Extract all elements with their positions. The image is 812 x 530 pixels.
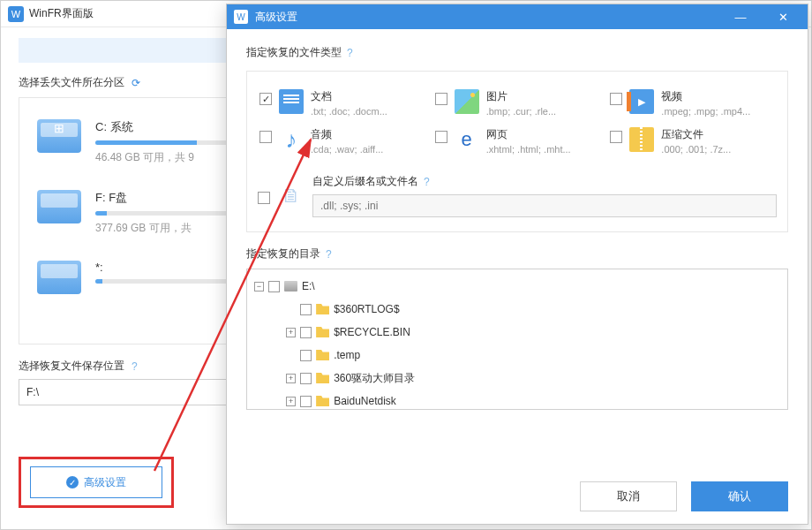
modal-footer: 取消 确认 [580,481,788,511]
filetype-exts: .000; .001; .7z... [661,144,731,155]
usage-bar [95,140,237,145]
help-icon[interactable]: ? [424,176,430,188]
usage-bar [95,211,237,216]
tree-checkbox[interactable] [300,373,312,384]
advanced-settings-modal: W 高级设置 — ✕ 指定恢复的文件类型 ? 文档.txt; .doc; .do… [226,4,808,525]
modal-titlebar: W 高级设置 — ✕ [227,4,808,29]
filetype-name: 音频 [311,127,383,142]
tree-expand-icon[interactable]: + [286,374,296,383]
filetype-checkbox[interactable] [610,131,622,143]
tree-node-label: .temp [334,349,360,361]
web-icon: e [455,127,479,152]
filetype-exts: .mpeg; .mpg; .mp4... [661,106,750,117]
custom-ext-label-text: 自定义后缀名或文件名 [312,174,418,189]
tree-node-label: BaiduNetdisk [334,395,396,407]
dirs-label-text: 指定恢复的目录 [246,246,320,261]
tree-node[interactable]: +$RECYCLE.BIN [254,321,784,344]
folder-icon [316,373,329,383]
folder-icon [316,350,329,360]
help-icon[interactable]: ? [347,47,353,59]
tree-expand-icon[interactable]: − [254,282,264,292]
filetype-option[interactable]: e网页.xhtml; .html; .mht... [433,122,602,160]
partition-label-text: 选择丢失文件所在分区 [19,75,124,90]
tree-expand-icon[interactable]: + [286,328,296,337]
drive-icon [37,119,81,153]
filetype-checkbox[interactable] [610,93,622,105]
advanced-settings-button[interactable]: ✓ 高级设置 [30,466,162,498]
tree-node-label: $360RTLOG$ [334,303,400,315]
drive-icon [284,281,297,292]
filetype-option[interactable]: 图片.bmp; .cur; .rle... [433,84,602,122]
cancel-button[interactable]: 取消 [580,481,677,511]
filetype-checkbox[interactable] [259,93,272,105]
modal-body: 指定恢复的文件类型 ? 文档.txt; .doc; .docm...图片.bmp… [227,29,808,422]
filetype-name: 文档 [311,89,387,104]
tree-expand-icon[interactable]: + [286,397,296,406]
directory-tree[interactable]: −E:\ $360RTLOG$ +$RECYCLE.BIN .temp +360… [246,269,788,410]
filetype-name: 网页 [486,127,571,142]
app-logo-icon: W [8,6,24,22]
filetype-checkbox[interactable] [435,131,447,143]
drive-icon [37,190,81,223]
image-icon [455,89,479,114]
filetype-exts: .txt; .doc; .docm... [311,106,387,117]
files-icon: 🗎 [279,184,304,208]
folder-icon [316,396,329,406]
custom-ext-row: 🗎 自定义后缀名或文件名 ? [258,172,777,217]
filetype-name: 图片 [486,89,556,104]
filetype-exts: .xhtml; .html; .mht... [486,144,571,155]
tree-node-label: 360驱动大师目录 [334,371,415,386]
confirm-button[interactable]: 确认 [691,481,788,511]
filetype-option[interactable]: ♪音频.cda; .wav; .aiff... [258,122,426,160]
filetypes-label-text: 指定恢复的文件类型 [246,45,342,60]
filetype-checkbox[interactable] [259,131,272,143]
usage-bar [95,279,237,284]
advanced-button-highlight: ✓ 高级设置 [19,457,174,508]
app-title: WinFR界面版 [29,6,94,21]
tree-checkbox[interactable] [268,281,280,292]
folder-icon [316,327,329,337]
modal-logo-icon: W [234,10,248,24]
tree-node[interactable]: +360驱动大师目录 [254,367,784,390]
help-icon[interactable]: ? [326,248,332,261]
save-label-text: 选择恢复文件保存位置 [19,359,124,374]
filetype-name: 视频 [661,89,750,104]
minimize-icon[interactable]: — [723,11,758,24]
filetype-option[interactable]: 压缩文件.000; .001; .7z... [608,122,777,160]
dirs-section-label: 指定恢复的目录 ? [246,246,788,261]
filetype-exts: .bmp; .cur; .rle... [486,106,556,117]
tree-checkbox[interactable] [300,350,312,361]
tree-node-label: $RECYCLE.BIN [334,326,410,338]
modal-title-text: 高级设置 [255,10,297,25]
filetype-exts: .cda; .wav; .aiff... [311,144,383,155]
refresh-icon[interactable]: ⟳ [132,77,140,89]
custom-ext-input[interactable] [312,194,777,217]
close-icon[interactable]: ✕ [765,11,801,24]
tree-node[interactable]: +BaiduNetdisk [254,390,784,410]
custom-ext-label: 自定义后缀名或文件名 ? [312,174,777,189]
filetype-checkbox[interactable] [435,93,447,105]
save-path-value: F:\ [26,386,39,398]
filetypes-section-label: 指定恢复的文件类型 ? [246,45,788,60]
archive-icon [629,127,654,152]
filetype-name: 压缩文件 [661,127,731,142]
document-icon [279,89,304,114]
tree-checkbox[interactable] [300,396,312,407]
custom-ext-checkbox[interactable] [258,192,270,204]
audio-icon: ♪ [279,127,304,152]
help-icon[interactable]: ? [132,360,138,373]
folder-icon [316,304,329,314]
tree-node[interactable]: .temp [254,344,784,367]
check-circle-icon: ✓ [66,476,79,488]
drive-icon [37,261,81,294]
filetype-grid: 文档.txt; .doc; .docm...图片.bmp; .cur; .rle… [246,71,788,232]
advanced-button-label: 高级设置 [84,475,126,490]
tree-checkbox[interactable] [300,327,312,338]
tree-checkbox[interactable] [300,304,312,315]
video-icon [629,89,654,114]
tree-node[interactable]: −E:\ [254,275,784,298]
tree-node[interactable]: $360RTLOG$ [254,298,784,321]
filetype-option[interactable]: 视频.mpeg; .mpg; .mp4... [608,84,777,122]
tree-node-label: E:\ [302,280,315,292]
filetype-option[interactable]: 文档.txt; .doc; .docm... [258,84,426,122]
